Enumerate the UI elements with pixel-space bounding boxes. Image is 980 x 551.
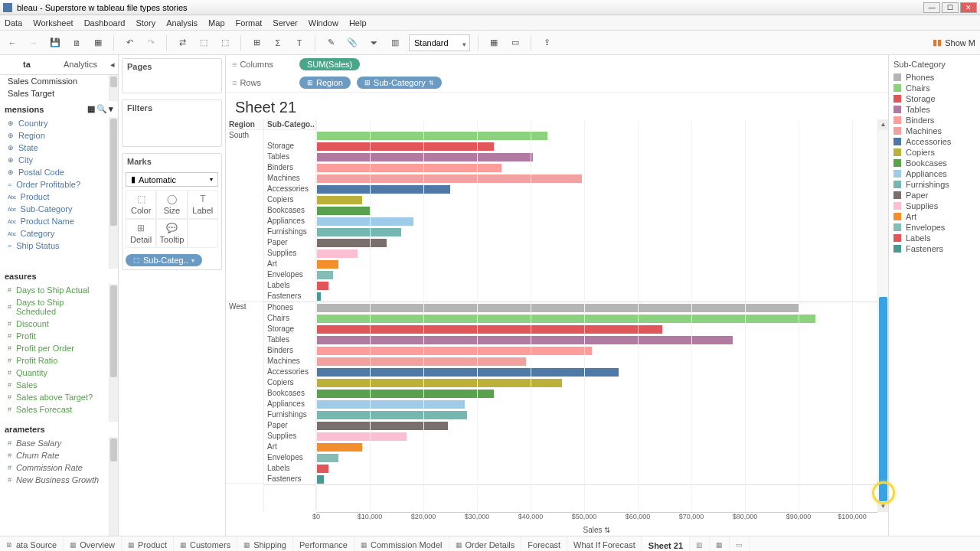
menu-story[interactable]: Story bbox=[136, 18, 155, 28]
bar-row[interactable] bbox=[316, 280, 877, 291]
size-button[interactable]: ◯Size bbox=[156, 190, 187, 219]
scrollbar-thumb[interactable] bbox=[110, 77, 117, 87]
chart-area[interactable] bbox=[316, 119, 877, 512]
filter-icon[interactable]: ⏷ bbox=[366, 35, 381, 51]
tab-order-details[interactable]: ▦Order Details bbox=[449, 536, 522, 551]
bar-row[interactable] bbox=[316, 399, 877, 409]
bar[interactable] bbox=[316, 325, 662, 334]
bar-row[interactable] bbox=[316, 130, 877, 141]
tab-data-source[interactable]: 🗎ata Source bbox=[0, 536, 64, 551]
bar-row[interactable] bbox=[316, 463, 877, 474]
bar-row[interactable] bbox=[316, 248, 877, 259]
bar[interactable] bbox=[316, 304, 799, 312]
bar-row[interactable] bbox=[316, 442, 877, 452]
bar[interactable] bbox=[316, 142, 494, 151]
pill-subcategory[interactable]: ⊞Sub-Category⇅ bbox=[357, 77, 442, 89]
dimension-field[interactable]: Product bbox=[0, 191, 109, 203]
worksheet-icon[interactable]: ▥ bbox=[387, 35, 403, 51]
bar-row[interactable] bbox=[316, 324, 877, 334]
legend-item[interactable]: Tables bbox=[893, 104, 975, 115]
bar[interactable] bbox=[316, 347, 592, 355]
label-button[interactable]: TLabel bbox=[188, 190, 218, 219]
tab-customers[interactable]: ▦Customers bbox=[174, 536, 237, 551]
dimension-field[interactable]: Category bbox=[0, 227, 109, 240]
dimension-field[interactable]: Postal Code bbox=[0, 166, 109, 178]
bar[interactable] bbox=[316, 185, 450, 194]
bar[interactable] bbox=[316, 400, 465, 409]
measure-field[interactable]: Discount bbox=[0, 318, 109, 330]
forward-button[interactable]: → bbox=[26, 35, 41, 51]
measure-field[interactable]: Quantity bbox=[0, 367, 109, 379]
new-datasource-button[interactable]: 🗎 bbox=[69, 35, 84, 51]
legend-item[interactable]: Labels bbox=[893, 233, 975, 243]
pill-region[interactable]: ⊞Region bbox=[299, 77, 351, 89]
tab-performance[interactable]: Performance bbox=[293, 536, 354, 551]
measure-field[interactable]: Profit per Order bbox=[0, 342, 109, 354]
bar-row[interactable] bbox=[316, 205, 877, 216]
collapse-icon[interactable]: ◂ bbox=[107, 55, 118, 74]
pin-button[interactable]: 📎 bbox=[345, 35, 360, 51]
dimension-field[interactable]: Ship Status bbox=[0, 240, 109, 252]
menu-dashboard[interactable]: Dashboard bbox=[84, 18, 126, 28]
color-pill-subcategory[interactable]: ⬚Sub-Categ..▾ bbox=[126, 254, 202, 266]
tab-analytics[interactable]: Analytics bbox=[54, 55, 107, 74]
legend-item[interactable]: Chairs bbox=[893, 83, 975, 93]
legend-item[interactable]: Storage bbox=[893, 93, 975, 104]
mark-type-select[interactable]: ▮Automatic▾ bbox=[126, 172, 218, 187]
new-worksheet-button[interactable]: ▥ bbox=[690, 536, 710, 551]
menu-help[interactable]: Help bbox=[349, 18, 367, 28]
search-icon[interactable]: 🔍 bbox=[96, 104, 107, 114]
bar[interactable] bbox=[316, 164, 501, 172]
measure-field[interactable]: Profit Ratio bbox=[0, 354, 109, 367]
menu-map[interactable]: Map bbox=[208, 18, 224, 28]
measure-field[interactable]: Sales above Target? bbox=[0, 391, 109, 403]
legend-item[interactable]: Accessories bbox=[893, 136, 975, 147]
back-button[interactable]: ← bbox=[5, 35, 20, 51]
viz-scrollbar[interactable]: ▲ ▼ bbox=[877, 119, 888, 512]
bar[interactable] bbox=[316, 282, 328, 290]
tab-whatif[interactable]: What If Forecast bbox=[567, 536, 642, 551]
bar[interactable] bbox=[316, 153, 533, 161]
bar-row[interactable] bbox=[316, 356, 877, 367]
tab-data[interactable]: ta bbox=[0, 55, 54, 74]
measure-field[interactable]: Profit bbox=[0, 330, 109, 342]
bar[interactable] bbox=[316, 315, 815, 323]
highlight-button[interactable]: ✎ bbox=[323, 35, 338, 51]
new-dashboard-button[interactable]: ▦ bbox=[710, 536, 730, 551]
parameter-field[interactable]: Commission Rate bbox=[0, 461, 109, 474]
view-icon[interactable]: ▦ bbox=[87, 104, 95, 114]
bar[interactable] bbox=[316, 239, 387, 247]
dimension-field[interactable]: Order Profitable? bbox=[0, 178, 109, 191]
dimension-field[interactable]: City bbox=[0, 154, 109, 166]
legend-item[interactable]: Furnishings bbox=[893, 179, 975, 190]
bar[interactable] bbox=[316, 271, 333, 279]
bar[interactable] bbox=[316, 196, 362, 204]
bar-row[interactable] bbox=[316, 237, 877, 248]
maximize-button[interactable]: ☐ bbox=[942, 2, 959, 13]
close-button[interactable]: ✕ bbox=[960, 2, 977, 13]
bar-row[interactable] bbox=[316, 377, 877, 388]
measure-field[interactable]: Sales bbox=[0, 379, 109, 391]
bar-row[interactable] bbox=[316, 184, 877, 194]
dimension-field[interactable]: State bbox=[0, 142, 109, 154]
bar[interactable] bbox=[316, 465, 328, 473]
legend-item[interactable]: Paper bbox=[893, 190, 975, 201]
menu-window[interactable]: Window bbox=[309, 18, 338, 28]
bar[interactable] bbox=[316, 443, 362, 452]
bar[interactable] bbox=[316, 475, 324, 484]
share-button[interactable]: ⇪ bbox=[539, 35, 554, 51]
scroll-down-icon[interactable]: ▼ bbox=[878, 501, 888, 512]
measure-field[interactable]: Sales Forecast bbox=[0, 403, 109, 416]
bar-row[interactable] bbox=[316, 420, 877, 431]
minimize-button[interactable]: — bbox=[923, 2, 940, 13]
bar-row[interactable] bbox=[316, 162, 877, 173]
legend-item[interactable]: Envelopes bbox=[893, 222, 975, 233]
tab-forecast[interactable]: Forecast bbox=[521, 536, 567, 551]
parameter-field[interactable]: Churn Rate bbox=[0, 449, 109, 461]
bar[interactable] bbox=[316, 207, 370, 215]
bar[interactable] bbox=[316, 249, 358, 258]
scrollbar-thumb[interactable] bbox=[110, 439, 117, 461]
present-button[interactable]: ▭ bbox=[508, 35, 523, 51]
bar-row[interactable] bbox=[316, 334, 877, 345]
undo-button[interactable]: ↶ bbox=[122, 35, 137, 51]
